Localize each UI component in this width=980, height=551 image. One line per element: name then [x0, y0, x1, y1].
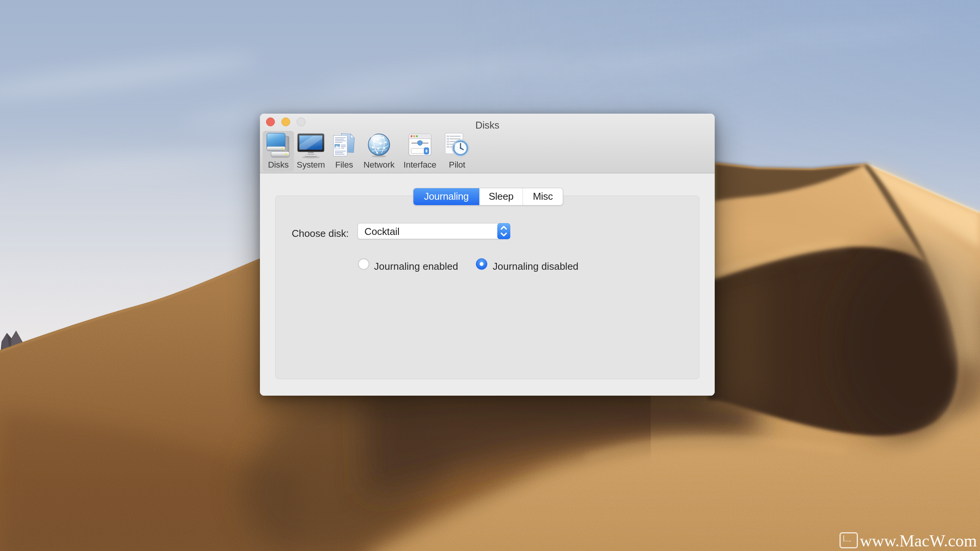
svg-text:04: 04 — [447, 143, 449, 145]
svg-text:03: 03 — [447, 140, 449, 143]
svg-text:01: 01 — [447, 135, 449, 137]
svg-text:05: 05 — [447, 146, 449, 148]
svg-text:02: 02 — [447, 138, 449, 140]
